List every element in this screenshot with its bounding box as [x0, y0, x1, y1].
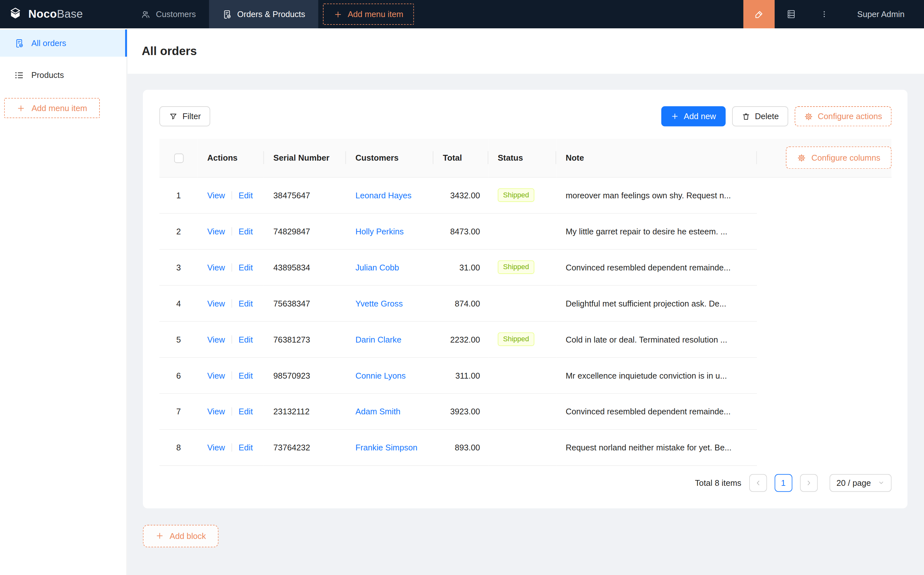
ui-editor-button[interactable] — [743, 0, 775, 28]
customer-link[interactable]: Darin Clarke — [356, 335, 402, 344]
add-block-button[interactable]: Add block — [143, 524, 219, 547]
view-link[interactable]: View — [207, 335, 225, 344]
page-content: Filter Add new — [127, 74, 924, 575]
view-link[interactable]: View — [207, 370, 225, 380]
table-row: 1 ViewEdit 38475647 Leonard Hayes 3432.0… — [159, 177, 891, 213]
users-icon — [140, 9, 150, 19]
tab-orders-products[interactable]: Orders & Products — [209, 0, 318, 28]
sidebar-add-menu-item-button[interactable]: Add menu item — [4, 98, 100, 118]
edit-link[interactable]: Edit — [238, 335, 253, 344]
status-cell: Shipped — [488, 321, 556, 357]
delete-button[interactable]: Delete — [732, 106, 788, 126]
status-cell — [488, 357, 556, 394]
status-cell — [488, 213, 556, 249]
view-link[interactable]: View — [207, 299, 225, 308]
edit-link[interactable]: Edit — [238, 226, 253, 236]
user-menu[interactable]: Super Admin — [841, 0, 924, 28]
more-menu-button[interactable] — [807, 0, 841, 28]
list-icon — [14, 70, 24, 80]
action-divider — [232, 191, 232, 199]
configure-actions-button[interactable]: Configure actions — [795, 106, 892, 126]
select-all-checkbox[interactable] — [174, 154, 183, 163]
total-cell: 311.00 — [433, 357, 488, 394]
sidebar-item-products[interactable]: Products — [0, 62, 126, 89]
status-badge: Shipped — [498, 188, 535, 202]
view-link[interactable]: View — [207, 226, 225, 236]
configure-columns-button[interactable]: Configure columns — [786, 146, 891, 169]
action-divider — [232, 371, 232, 380]
status-cell: Shipped — [488, 249, 556, 285]
plus-icon — [156, 532, 165, 540]
row-index-cell: 4 — [159, 285, 198, 321]
nocobase-logo[interactable]: NocoBase — [0, 0, 127, 28]
row-index-cell: 6 — [159, 357, 198, 394]
page-title: All orders — [142, 44, 197, 58]
view-link[interactable]: View — [207, 407, 225, 416]
row-index-cell: 2 — [159, 213, 198, 249]
next-page-button[interactable] — [800, 474, 818, 492]
view-link[interactable]: View — [207, 262, 225, 272]
app-window: NocoBase Customers — [0, 0, 924, 575]
customer-cell: Connie Lyons — [346, 357, 433, 394]
total-cell: 2232.00 — [433, 321, 488, 357]
sidebar-item-all-orders[interactable]: All orders — [0, 30, 126, 57]
filter-icon — [169, 112, 178, 121]
logo-icon — [8, 6, 23, 22]
customer-link[interactable]: Leonard Hayes — [356, 190, 411, 200]
edit-link[interactable]: Edit — [238, 190, 253, 200]
sidebar: All orders Products Add menu item — [0, 28, 127, 575]
database-button[interactable] — [775, 0, 808, 28]
main-area: All orders Filter — [127, 28, 924, 575]
customer-link[interactable]: Julian Cobb — [356, 262, 399, 272]
serial-number-cell: 38475647 — [264, 177, 346, 213]
note-cell: My little garret repair to desire he est… — [556, 213, 757, 249]
edit-link[interactable]: Edit — [238, 370, 253, 380]
highlighter-icon — [753, 9, 765, 20]
tab-customers[interactable]: Customers — [127, 0, 209, 28]
total-cell: 893.00 — [433, 429, 488, 465]
edit-link[interactable]: Edit — [238, 443, 253, 452]
page-size-select[interactable]: 20 / page — [829, 474, 891, 492]
previous-page-button[interactable] — [749, 474, 767, 492]
view-link[interactable]: View — [207, 443, 225, 452]
customer-link[interactable]: Connie Lyons — [356, 370, 406, 380]
order-check-icon — [14, 38, 24, 48]
column-header-total: Total — [433, 139, 488, 177]
edit-link[interactable]: Edit — [238, 299, 253, 308]
serial-number-cell: 76381273 — [264, 321, 346, 357]
row-actions-cell: ViewEdit — [198, 285, 264, 321]
navbar-add-menu-item-button[interactable]: Add menu item — [323, 3, 414, 25]
row-actions-cell: ViewEdit — [198, 213, 264, 249]
chevron-down-icon — [878, 480, 884, 486]
edit-link[interactable]: Edit — [238, 262, 253, 272]
total-cell: 8473.00 — [433, 213, 488, 249]
table-row: 3 ViewEdit 43895834 Julian Cobb 31.00 Sh… — [159, 249, 891, 285]
status-badge: Shipped — [498, 260, 535, 274]
note-cell: Request norland neither mistake for yet.… — [556, 429, 757, 465]
table-row: 5 ViewEdit 76381273 Darin Clarke 2232.00… — [159, 321, 891, 357]
action-divider — [232, 227, 232, 235]
page-header: All orders — [127, 28, 924, 74]
filter-button[interactable]: Filter — [159, 106, 210, 126]
add-new-button[interactable]: Add new — [661, 106, 726, 126]
table-row: 7 ViewEdit 23132112 Adam Smith 3923.00 C… — [159, 393, 891, 429]
serial-number-cell: 98570923 — [264, 357, 346, 394]
total-cell: 874.00 — [433, 285, 488, 321]
customer-link[interactable]: Holly Perkins — [356, 226, 404, 236]
note-cell: Convinced resembled dependent remainde..… — [556, 249, 757, 285]
edit-link[interactable]: Edit — [238, 407, 253, 416]
logo-text: NocoBase — [29, 8, 83, 21]
page-number-button[interactable]: 1 — [774, 474, 792, 492]
table-body: 1 ViewEdit 38475647 Leonard Hayes 3432.0… — [159, 177, 891, 465]
row-actions-cell: ViewEdit — [198, 429, 264, 465]
table-header-row: Actions Serial Number Customers Total St… — [159, 139, 891, 177]
customer-link[interactable]: Frankie Simpson — [356, 443, 418, 452]
row-actions-cell: ViewEdit — [198, 357, 264, 394]
customer-link[interactable]: Yvette Gross — [356, 299, 403, 308]
customer-link[interactable]: Adam Smith — [356, 407, 400, 416]
note-cell: Mr excellence inquietude conviction is i… — [556, 357, 757, 394]
orders-table-block: Filter Add new — [143, 90, 908, 508]
view-link[interactable]: View — [207, 190, 225, 200]
note-cell: moreover man feelings own shy. Request n… — [556, 177, 757, 213]
row-actions-cell: ViewEdit — [198, 393, 264, 429]
